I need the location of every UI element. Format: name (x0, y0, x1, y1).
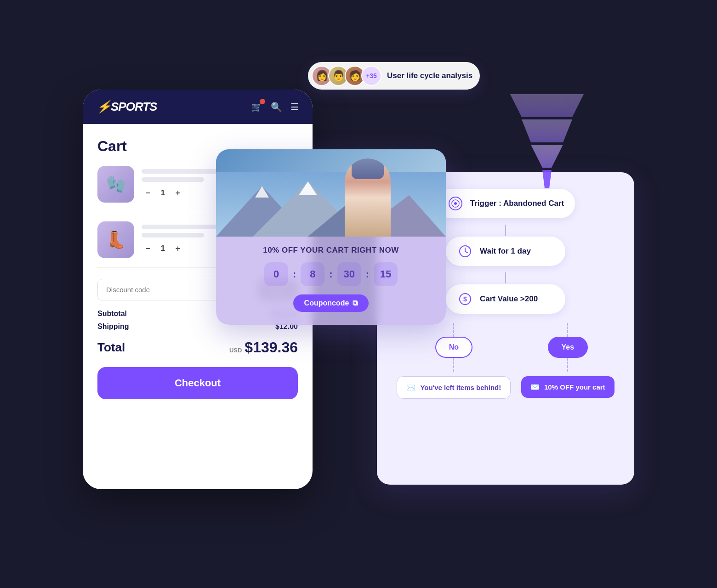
count-ms: 15 (374, 262, 398, 286)
phone-nav-icons: 🛒 🔍 ☰ (251, 102, 299, 113)
wait-step: Wait for 1 day (446, 237, 565, 266)
shipping-label: Shipping (97, 322, 129, 331)
count-seconds: 30 (337, 262, 361, 286)
svg-marker-1 (522, 119, 572, 142)
total-label: Total (97, 340, 125, 355)
trigger-icon (447, 195, 464, 212)
checkout-button[interactable]: Checkout (97, 367, 298, 399)
total-amount: USD $139.36 (229, 339, 298, 356)
svg-marker-2 (531, 145, 563, 168)
clock-icon (457, 243, 473, 260)
yes-branch: Yes ✉️ 10% OFF your cart (521, 323, 615, 399)
dollar-icon: $ (457, 291, 473, 307)
funnel-visual (506, 90, 588, 192)
count-hours: 0 (264, 262, 288, 286)
branch-area: No ✉️ You've left items behind! Yes ✉️ 1… (392, 323, 620, 399)
connector-2 (505, 272, 506, 283)
qty-value-1: 1 (161, 189, 165, 197)
lifecycle-label: User life cycle analysis (387, 71, 472, 80)
qty-minus-2[interactable]: − (142, 242, 154, 255)
trigger-node: Trigger : Abandoned Cart (436, 189, 575, 218)
promo-card: 10% OFF YOUR CART RIGHT NOW 0 : 8 : 30 :… (216, 149, 446, 325)
avatars: 👩 👨 🧑 +35 (312, 66, 381, 86)
cart-icon[interactable]: 🛒 (251, 102, 262, 113)
copy-icon: ⧉ (353, 299, 358, 307)
item-image-2: 👢 (97, 221, 134, 258)
sep-1: : (293, 268, 296, 280)
avatar-count: +35 (361, 66, 381, 86)
qty-plus-1[interactable]: + (171, 187, 184, 199)
no-action: ✉️ You've left items behind! (397, 376, 511, 399)
search-icon[interactable]: 🔍 (271, 102, 282, 113)
mail-icon-no: ✉️ (406, 383, 415, 392)
condition-node: $ Cart Value >200 (446, 284, 565, 314)
coupon-pill[interactable]: Couponcode ⧉ (293, 294, 369, 312)
subtotal-label: Subtotal (97, 310, 127, 318)
svg-text:$: $ (463, 295, 467, 303)
yes-action-label: 10% OFF your cart (544, 383, 605, 391)
sports-logo: ⚡SPORTS (97, 100, 157, 114)
countdown: 0 : 8 : 30 : 15 (230, 262, 432, 286)
sep-3: : (366, 268, 369, 280)
svg-point-6 (454, 202, 457, 205)
sep-2: : (329, 268, 332, 280)
cart-badge (260, 99, 265, 104)
total-value: $139.36 (245, 339, 298, 356)
wait-node: Wait for 1 day (446, 237, 565, 266)
item-image-1: 🧤 (97, 166, 134, 203)
no-connector (453, 323, 454, 337)
promo-title: 10% OFF YOUR CART RIGHT NOW (230, 246, 432, 255)
total-currency: USD (229, 347, 242, 354)
item-line-1b (142, 177, 204, 182)
promo-body: 10% OFF YOUR CART RIGHT NOW 0 : 8 : 30 :… (216, 237, 446, 325)
phone-header: ⚡SPORTS 🛒 🔍 ☰ (83, 90, 313, 124)
yes-action: ✉️ 10% OFF your cart (521, 376, 615, 398)
count-minutes: 8 (301, 262, 324, 286)
item-line-2b (142, 233, 204, 237)
user-badge: 👩 👨 🧑 +35 User life cycle analysis (308, 62, 480, 90)
no-action-connector (453, 358, 454, 372)
promo-banner (216, 149, 446, 237)
scene: 👩 👨 🧑 +35 User life cycle analysis (83, 53, 634, 535)
no-button[interactable]: No (435, 337, 472, 358)
qty-minus-1[interactable]: − (142, 187, 154, 199)
condition-step: $ Cart Value >200 (446, 284, 565, 314)
qty-plus-2[interactable]: + (171, 242, 184, 255)
mail-icon-yes: ✉️ (530, 383, 540, 391)
wait-label: Wait for 1 day (480, 247, 531, 256)
no-branch: No ✉️ You've left items behind! (397, 323, 511, 399)
svg-marker-0 (510, 94, 584, 117)
qty-value-2: 1 (161, 244, 165, 253)
coupon-label: Couponcode (304, 299, 349, 307)
yes-connector (567, 323, 568, 337)
condition-label: Cart Value >200 (480, 294, 538, 304)
total-row: Total USD $139.36 (97, 339, 298, 356)
connector-1 (505, 225, 506, 236)
svg-marker-3 (542, 170, 552, 188)
person-figure (345, 158, 391, 237)
yes-action-connector (567, 358, 568, 372)
no-action-label: You've left items behind! (420, 384, 501, 391)
menu-icon[interactable]: ☰ (290, 102, 299, 113)
yes-button[interactable]: Yes (548, 337, 588, 358)
trigger-label: Trigger : Abandoned Cart (470, 199, 564, 208)
trigger-step: Trigger : Abandoned Cart (436, 189, 575, 218)
helmet (352, 158, 384, 179)
